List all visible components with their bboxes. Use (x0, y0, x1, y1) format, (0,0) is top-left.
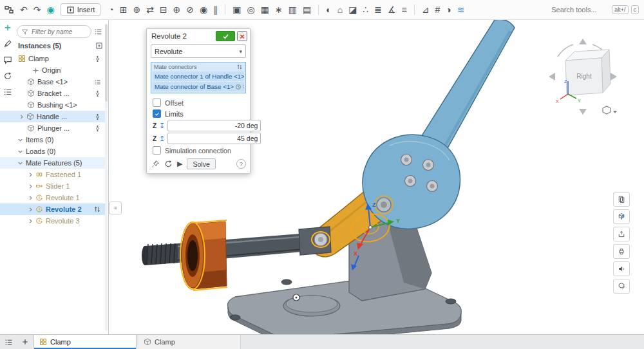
exploded-view-icon[interactable]: ∴ (363, 5, 368, 14)
tree-row-plunger[interactable]: Plunger ... (0, 122, 105, 134)
bom-icon[interactable]: ≣ (374, 5, 382, 14)
replicate-icon[interactable]: ▥ (289, 5, 297, 14)
linear-pattern-icon[interactable]: ▦ (261, 5, 269, 14)
tree-row-clamp[interactable]: Clamp (0, 53, 105, 64)
chevron-down-icon[interactable] (17, 160, 24, 167)
pencil-icon[interactable] (3, 39, 12, 48)
add-tab-button[interactable] (17, 335, 33, 349)
z-max-input[interactable] (167, 133, 261, 144)
chevron-right-icon[interactable] (27, 206, 34, 213)
chevron-right-icon[interactable] (18, 113, 25, 120)
mate-connector-item[interactable]: Mate connector 1 of Handle <1> × (153, 71, 244, 81)
animate-icon[interactable] (164, 160, 173, 168)
pin-icon[interactable] (151, 160, 160, 168)
dialog-header[interactable]: Revolute 2 × (147, 29, 250, 43)
mate-connector-badge-icon[interactable] (94, 113, 101, 120)
flip-connectors-icon[interactable] (236, 64, 243, 70)
pin-slot-mate-icon[interactable]: ⊘ (186, 5, 194, 14)
cylindrical-mate-icon[interactable]: ⊕ (173, 5, 181, 14)
view-cube-icon[interactable] (613, 209, 630, 224)
tree-row-loads-header[interactable]: Loads (0) (0, 146, 105, 157)
parallel-mate-icon[interactable]: ∥ (213, 5, 218, 14)
tree-row-items-header[interactable]: Items (0) (0, 134, 105, 146)
audio-icon[interactable] (613, 261, 630, 276)
view-cube-menu[interactable] (603, 106, 617, 114)
standard-content-icon[interactable]: ▤ (303, 5, 311, 14)
tree-row-origin[interactable]: Origin (0, 64, 105, 76)
tree-row-fastened-1[interactable]: Fastened 1 (0, 169, 105, 180)
cancel-button[interactable]: × (237, 31, 247, 41)
insert-instance-icon[interactable] (95, 42, 103, 50)
sheet-metal-icon[interactable]: ⊿ (422, 5, 430, 14)
document-flow-icon[interactable] (4, 5, 14, 15)
undo-icon[interactable]: ↶ (20, 5, 28, 14)
panel-scrollbar-thumb[interactable] (105, 24, 108, 102)
filter-input[interactable] (30, 28, 87, 36)
offset-row[interactable]: Offset (147, 97, 250, 108)
insert-button[interactable]: Insert (61, 3, 101, 16)
confirm-button[interactable] (216, 31, 235, 41)
chevron-right-icon[interactable] (27, 183, 34, 190)
mate-connectors-box[interactable]: Mate connectors Mate connector 1 of Hand… (151, 62, 246, 93)
fastened-mate-icon[interactable]: ⊞ (120, 5, 128, 14)
tab-assembly-clamp[interactable]: Clamp (33, 335, 137, 349)
solve-button[interactable]: Solve (187, 158, 215, 169)
tree-row-handle[interactable]: Handle ... (0, 111, 105, 122)
tree-row-revolute-2[interactable]: Revolute 2 (0, 203, 105, 215)
tree-row-mates-header[interactable]: Mate Features (5) (0, 157, 105, 169)
view-cube[interactable]: Right Z X Y (545, 36, 621, 120)
chevron-down-icon[interactable] (17, 148, 24, 155)
tab-partstudio-clamp[interactable]: Clamp (138, 335, 241, 349)
edit-in-place-icon[interactable] (613, 279, 630, 294)
history-icon[interactable]: ◔ (108, 5, 113, 14)
tree-row-revolute-3[interactable]: Revolute 3 (0, 215, 105, 227)
help-button[interactable]: ? (236, 159, 246, 169)
render-icon[interactable]: ◑ (446, 5, 451, 14)
create-icon[interactable] (3, 23, 12, 32)
redo-icon[interactable]: ↷ (33, 5, 41, 14)
tree-row-slider-1[interactable]: Slider 1 (0, 180, 105, 192)
export-icon[interactable] (613, 227, 630, 241)
remove-connector-icon[interactable]: × (242, 83, 244, 90)
chevron-right-icon[interactable] (27, 171, 34, 178)
named-positions-icon[interactable]: ⌂ (337, 5, 343, 14)
drawing-icon[interactable] (613, 192, 630, 207)
simulation-checkbox[interactable] (153, 146, 161, 155)
chevron-down-icon[interactable] (17, 137, 24, 144)
limits-checkbox[interactable] (153, 109, 161, 118)
mass-properties-icon[interactable]: ≡ (402, 5, 407, 14)
tab-manager-icon[interactable] (0, 335, 17, 349)
mate-connector-badge-icon[interactable] (94, 90, 101, 97)
mate-type-select[interactable]: Revolute ▾ (151, 44, 246, 58)
limits-row[interactable]: Limits (147, 108, 250, 119)
chevron-right-icon[interactable] (27, 194, 34, 202)
simulation-row[interactable]: Simulation connection (147, 145, 250, 156)
tree-row-base[interactable]: Base <1> (0, 76, 105, 88)
rotate-left-arrow[interactable] (549, 73, 555, 80)
section-view-icon[interactable]: ◪ (348, 5, 357, 14)
mate-connector-icon[interactable]: ◎ (247, 5, 255, 14)
z-min-input[interactable] (167, 120, 261, 131)
reorder-icon[interactable] (93, 205, 101, 213)
ball-mate-icon[interactable]: ◉ (200, 5, 207, 14)
display-states-icon[interactable]: ◐ (326, 5, 331, 14)
filter-box[interactable] (17, 25, 91, 38)
record-context-icon[interactable]: ◉ (46, 5, 54, 14)
search-tools-input[interactable] (550, 5, 609, 14)
fixed-badge-icon[interactable] (94, 79, 101, 86)
tree-row-bracket[interactable]: Bracket ... (0, 88, 105, 99)
mate-connector-item[interactable]: Mate connector of Base <1> × (153, 82, 244, 91)
chevron-right-icon[interactable] (27, 218, 34, 225)
mate-connector-badge-icon[interactable] (94, 125, 101, 132)
rotate-right-arrow[interactable] (611, 73, 617, 80)
feature-flyout-button[interactable] (109, 202, 122, 214)
slider-mate-icon[interactable]: ⇄ (146, 5, 154, 14)
print-icon[interactable] (613, 244, 630, 259)
frame-icon[interactable]: # (435, 5, 440, 14)
mate-connector-badge-icon[interactable] (94, 55, 101, 62)
tree-row-bushing[interactable]: Bushing <1> (0, 99, 105, 111)
rotate-up-arrow[interactable] (579, 39, 587, 44)
offset-checkbox[interactable] (153, 99, 161, 107)
tree-row-revolute-1[interactable]: Revolute 1 (0, 192, 105, 203)
measure-icon[interactable]: ∡ (388, 5, 396, 14)
